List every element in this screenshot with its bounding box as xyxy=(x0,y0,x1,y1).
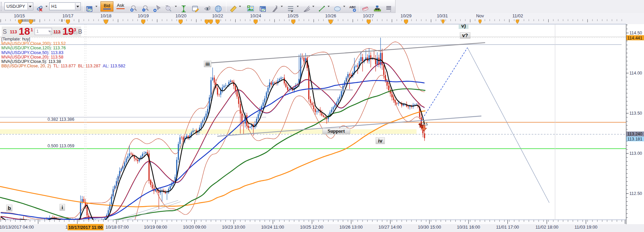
svg-text:114.00: 114.00 xyxy=(629,71,642,76)
svg-text:10/26 13:00: 10/26 13:00 xyxy=(339,225,363,230)
svg-text:b: b xyxy=(8,205,11,211)
svg-text:iii: iii xyxy=(205,61,210,67)
svg-text:10/18 07:00: 10/18 07:00 xyxy=(106,225,129,230)
svg-text:114.441: 114.441 xyxy=(627,36,642,40)
svg-text:11/02: 11/02 xyxy=(512,13,523,18)
svg-text:113.00: 113.00 xyxy=(629,151,642,156)
svg-text:10/24 11:00: 10/24 11:00 xyxy=(261,225,284,230)
svg-text:10/31 16:00: 10/31 16:00 xyxy=(457,225,480,230)
svg-text:11/02 18:00: 11/02 18:00 xyxy=(535,225,558,230)
svg-text:0.382 113.386: 0.382 113.386 xyxy=(48,117,74,122)
svg-text:v): v) xyxy=(461,23,466,29)
svg-text:10/15: 10/15 xyxy=(14,13,25,18)
svg-text:10/30 15:00: 10/30 15:00 xyxy=(418,225,441,230)
svg-text:-27.5: -27.5 xyxy=(419,122,428,126)
svg-text:10/19 08:00: 10/19 08:00 xyxy=(144,225,167,230)
svg-text:113.181: 113.181 xyxy=(627,137,642,142)
svg-text:Support: Support xyxy=(328,128,345,134)
svg-text:11/01 17:00: 11/01 17:00 xyxy=(496,225,519,230)
svg-text:10/13/2017 04:00: 10/13/2017 04:00 xyxy=(0,225,34,230)
svg-text:10/18: 10/18 xyxy=(100,13,112,18)
svg-text:113.240: 113.240 xyxy=(627,132,642,136)
svg-text:Nov: Nov xyxy=(476,13,484,18)
svg-text:10/29: 10/29 xyxy=(401,13,412,18)
svg-text:11/03 19:00: 11/03 19:00 xyxy=(574,225,597,230)
svg-text:113.50: 113.50 xyxy=(629,111,642,116)
svg-text:10/17/2017 11:00: 10/17/2017 11:00 xyxy=(68,225,103,230)
svg-text:v?: v? xyxy=(462,32,468,38)
svg-text:10/23 10:00: 10/23 10:00 xyxy=(222,225,245,230)
svg-text:10/27 14:00: 10/27 14:00 xyxy=(379,225,402,230)
svg-text:iv: iv xyxy=(378,138,383,144)
svg-text:10/20 09:00: 10/20 09:00 xyxy=(183,225,206,230)
svg-text:114.50: 114.50 xyxy=(629,31,642,35)
svg-text:F: F xyxy=(291,10,293,13)
svg-text:10/17: 10/17 xyxy=(62,13,74,18)
svg-text:0.500 113.059: 0.500 113.059 xyxy=(48,144,74,148)
svg-text:i: i xyxy=(61,204,63,210)
svg-text:1: 1 xyxy=(65,225,68,230)
svg-text:112.50: 112.50 xyxy=(629,191,642,196)
svg-text:10/31: 10/31 xyxy=(437,13,448,18)
svg-text:10/25 12:00: 10/25 12:00 xyxy=(300,225,324,230)
svg-text:ABC: ABC xyxy=(349,5,356,9)
